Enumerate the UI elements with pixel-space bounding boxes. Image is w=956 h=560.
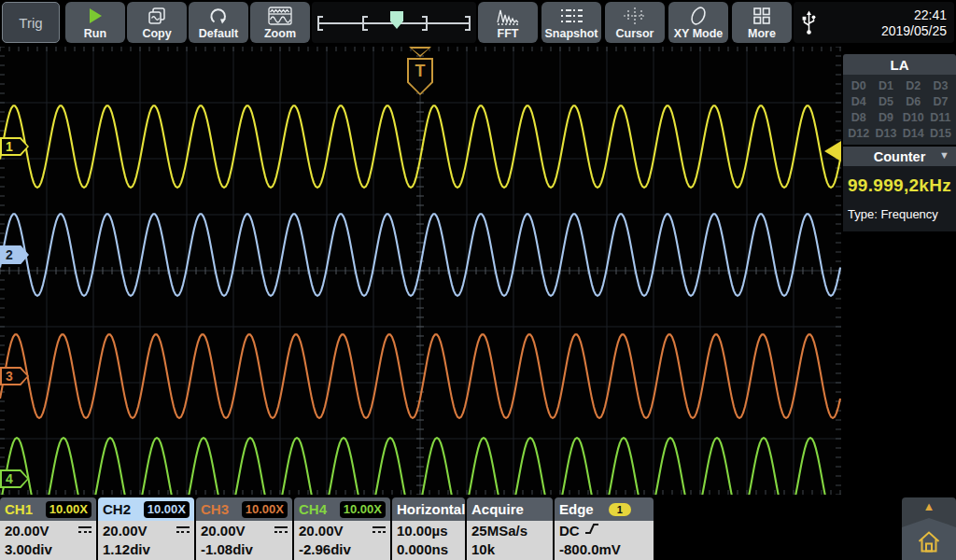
- acquire-panel[interactable]: Acquire 25MSa/s 10k: [467, 497, 553, 560]
- la-d14[interactable]: D14: [900, 127, 927, 140]
- usb-icon: [801, 10, 817, 39]
- horizontal-position-indicator[interactable]: [312, 2, 476, 43]
- channel3-marker[interactable]: 3: [0, 367, 29, 385]
- channel3-panel[interactable]: CH3 10.00X 20.00V -1.08div: [196, 497, 292, 560]
- sample-rate: 25MSa/s: [471, 522, 527, 540]
- top-toolbar: Trig Run Copy: [0, 0, 956, 45]
- la-digital-channels: D0 D1 D2 D3 D4 D5 D6 D7 D8 D9 D10 D11 D1…: [843, 75, 956, 145]
- cursor-crosshair-icon: [623, 6, 647, 26]
- trigger-label: T: [407, 58, 433, 84]
- trigger-edge-panel[interactable]: Edge 1 DC -800.0mV: [555, 497, 654, 560]
- counter-panel: 99.999,2kHz Type: Frequency: [843, 166, 956, 231]
- la-d4[interactable]: D4: [845, 95, 872, 108]
- probe-ratio-badge: 10.00X: [340, 501, 386, 518]
- trig-button[interactable]: Trig: [2, 2, 60, 43]
- la-panel-header[interactable]: LA: [843, 54, 956, 75]
- channel2-marker[interactable]: 2: [0, 245, 29, 264]
- copy-icon: [147, 6, 167, 26]
- vertical-offset: 3.00div: [5, 540, 52, 559]
- la-d13[interactable]: D13: [872, 127, 899, 140]
- channel4-marker[interactable]: 4: [0, 469, 29, 488]
- vertical-scale: 20.00V: [5, 522, 49, 540]
- more-grid-icon: [752, 6, 771, 26]
- graticule-and-waveforms: [0, 47, 841, 495]
- fft-button[interactable]: FFT: [478, 2, 538, 43]
- vertical-offset: -1.08div: [201, 540, 253, 559]
- la-d3[interactable]: D3: [927, 79, 954, 92]
- la-d15[interactable]: D15: [927, 127, 954, 140]
- home-button[interactable]: [916, 529, 942, 558]
- la-d0[interactable]: D0: [845, 79, 872, 92]
- xy-ellipse-icon: [687, 6, 710, 26]
- waveform-display[interactable]: T 1 2 3 4: [0, 47, 841, 495]
- clock-time: 22:41: [881, 7, 947, 23]
- collapse-up-button[interactable]: ▲: [902, 500, 956, 513]
- clock-date: 2019/05/25: [881, 23, 947, 39]
- zoom-window-icon: [268, 6, 292, 26]
- horizontal-panel[interactable]: Horizontal 10.00µs 0.000ns: [392, 497, 465, 560]
- trigger-level: -800.0mV: [559, 540, 621, 559]
- trigger-position-marker[interactable]: T: [406, 47, 434, 97]
- la-d8[interactable]: D8: [845, 111, 872, 124]
- hpos-window-left-bracket: [362, 16, 368, 31]
- hpos-left-bracket: [317, 16, 323, 31]
- la-d9[interactable]: D9: [872, 111, 899, 124]
- bottom-status-bar: CH1 10.00X 20.00V 3.00div CH2 10.00X 20.…: [0, 497, 956, 560]
- vertical-scale: 20.00V: [103, 522, 148, 540]
- channel2-panel[interactable]: CH2 10.00X 20.00V 1.12div: [98, 497, 194, 560]
- timebase-delay: 0.000ns: [397, 540, 448, 559]
- home-panel: ▲: [902, 497, 956, 560]
- cursor-button[interactable]: Cursor: [605, 2, 665, 43]
- default-button[interactable]: Default: [189, 2, 248, 43]
- hpos-trigger-marker[interactable]: [390, 11, 403, 29]
- counter-panel-header[interactable]: Counter ▼: [843, 147, 956, 166]
- vertical-scale: 20.00V: [201, 522, 246, 540]
- dc-coupling-icon: [78, 526, 91, 537]
- la-d6[interactable]: D6: [900, 95, 927, 108]
- channel1-panel[interactable]: CH1 10.00X 20.00V 3.00div: [0, 497, 96, 560]
- trigger-coupling: DC: [559, 522, 580, 540]
- hpos-window-right-bracket: [422, 16, 428, 31]
- chevron-down-icon: ▼: [939, 149, 949, 161]
- counter-type: Type: Frequency: [848, 207, 956, 221]
- oscilloscope-screen: Trig Run Copy: [0, 0, 956, 560]
- la-d2[interactable]: D2: [900, 79, 927, 92]
- la-d11[interactable]: D11: [927, 111, 954, 124]
- reset-arrow-icon: [208, 6, 229, 26]
- right-sidebar: LA D0 D1 D2 D3 D4 D5 D6 D7 D8 D9 D10 D11…: [843, 47, 956, 495]
- probe-ratio-badge: 10.00X: [46, 501, 91, 518]
- la-d7[interactable]: D7: [927, 95, 954, 108]
- memory-depth: 10k: [471, 540, 495, 559]
- clock-panel: 22:41 2019/05/25: [794, 2, 954, 43]
- channel4-panel[interactable]: CH4 10.00X 20.00V -2.96div: [294, 497, 390, 560]
- fft-spectrum-icon: [496, 6, 520, 26]
- vertical-offset: -2.96div: [299, 540, 351, 559]
- trigger-source-badge: 1: [609, 503, 631, 516]
- la-d1[interactable]: D1: [872, 79, 899, 92]
- probe-ratio-badge: 10.00X: [242, 501, 288, 518]
- run-button[interactable]: Run: [65, 2, 125, 43]
- rising-edge-icon: [584, 522, 599, 540]
- copy-button[interactable]: Copy: [127, 2, 187, 43]
- more-button[interactable]: More: [732, 2, 792, 43]
- la-d12[interactable]: D12: [845, 127, 872, 140]
- probe-ratio-badge: 10.00X: [144, 501, 190, 518]
- zoom-button[interactable]: Zoom: [250, 2, 310, 43]
- snapshot-button[interactable]: Snapshot: [541, 2, 601, 43]
- dc-coupling-icon: [176, 526, 190, 537]
- hpos-right-bracket: [465, 16, 471, 31]
- channel1-marker[interactable]: 1: [0, 137, 29, 156]
- trigger-level-arrow[interactable]: [824, 141, 841, 161]
- counter-value: 99.999,2kHz: [843, 175, 956, 196]
- snapshot-list-icon: [559, 6, 583, 26]
- la-d5[interactable]: D5: [872, 95, 899, 108]
- xy-mode-button[interactable]: XY Mode: [668, 2, 728, 43]
- dc-coupling-icon: [373, 526, 386, 537]
- play-icon: [87, 6, 104, 26]
- timebase-scale: 10.00µs: [397, 522, 448, 540]
- dc-coupling-icon: [274, 526, 288, 537]
- vertical-scale: 20.00V: [299, 522, 344, 540]
- la-d10[interactable]: D10: [900, 111, 927, 124]
- vertical-offset: 1.12div: [103, 540, 150, 559]
